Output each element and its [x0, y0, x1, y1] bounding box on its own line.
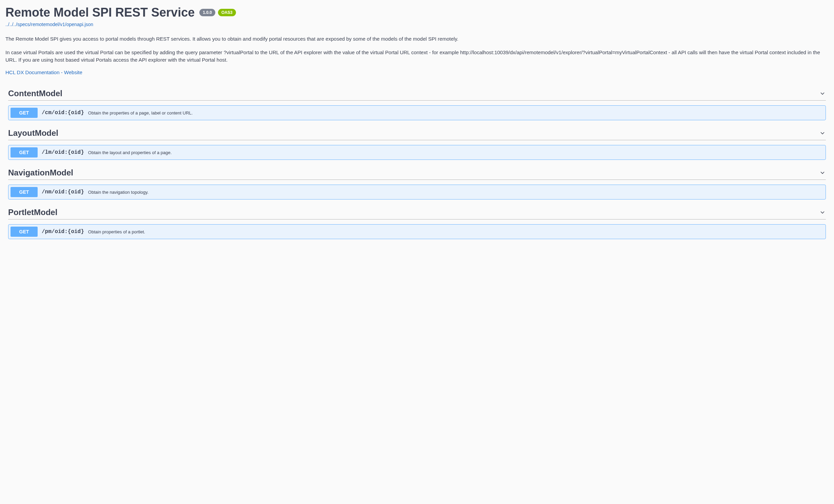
tag-name: NavigationModel	[8, 168, 73, 177]
chevron-down-icon	[819, 169, 826, 176]
version-badge: 1.0.0	[199, 9, 215, 16]
operation-row[interactable]: GET /nm/oid:{oid} Obtain the navigation …	[8, 185, 826, 200]
operation-summary: Obtain the layout and properties of a pa…	[88, 150, 172, 155]
operation-summary: Obtain the properties of a page, label o…	[88, 110, 193, 115]
tag-section-contentmodel: ContentModel GET /cm/oid:{oid} Obtain th…	[8, 89, 826, 120]
tag-section-portletmodel: PortletModel GET /pm/oid:{oid} Obtain pr…	[8, 208, 826, 239]
tag-header[interactable]: NavigationModel	[8, 168, 826, 180]
oas-badge: OAS3	[218, 9, 236, 16]
http-method-badge: GET	[11, 227, 38, 237]
operation-summary: Obtain the navigation topology.	[88, 190, 148, 195]
tag-name: LayoutModel	[8, 128, 58, 138]
operation-path: /nm/oid:{oid}	[42, 189, 84, 195]
tag-header[interactable]: PortletModel	[8, 208, 826, 219]
api-title-text: Remote Model SPI REST Service	[5, 5, 195, 20]
operation-summary: Obtain properties of a portlet.	[88, 229, 145, 234]
external-docs-link[interactable]: HCL DX Documentation - Website	[5, 69, 82, 75]
page-title: Remote Model SPI REST Service 1.0.0 OAS3	[5, 5, 236, 20]
operation-row[interactable]: GET /lm/oid:{oid} Obtain the layout and …	[8, 145, 826, 160]
tag-section-layoutmodel: LayoutModel GET /lm/oid:{oid} Obtain the…	[8, 128, 826, 160]
description-paragraph: The Remote Model SPI gives you access to…	[5, 35, 829, 43]
spec-url-link[interactable]: ../../../specs/remotemodel/v1/openapi.js…	[5, 22, 829, 27]
operation-row[interactable]: GET /cm/oid:{oid} Obtain the properties …	[8, 105, 826, 120]
operation-path: /pm/oid:{oid}	[42, 229, 84, 235]
http-method-badge: GET	[11, 108, 38, 118]
chevron-down-icon	[819, 90, 826, 97]
http-method-badge: GET	[11, 187, 38, 197]
chevron-down-icon	[819, 130, 826, 136]
description-paragraph: In case virtual Portals are used the vir…	[5, 49, 829, 64]
tag-header[interactable]: ContentModel	[8, 89, 826, 101]
operation-row[interactable]: GET /pm/oid:{oid} Obtain properties of a…	[8, 224, 826, 239]
http-method-badge: GET	[11, 147, 38, 158]
tag-name: ContentModel	[8, 89, 62, 98]
operation-path: /lm/oid:{oid}	[42, 149, 84, 155]
tag-section-navigationmodel: NavigationModel GET /nm/oid:{oid} Obtain…	[8, 168, 826, 200]
tag-name: PortletModel	[8, 208, 57, 217]
operation-path: /cm/oid:{oid}	[42, 110, 84, 116]
tag-header[interactable]: LayoutModel	[8, 128, 826, 140]
tag-list: ContentModel GET /cm/oid:{oid} Obtain th…	[5, 89, 829, 239]
chevron-down-icon	[819, 209, 826, 216]
api-description: The Remote Model SPI gives you access to…	[5, 35, 829, 63]
